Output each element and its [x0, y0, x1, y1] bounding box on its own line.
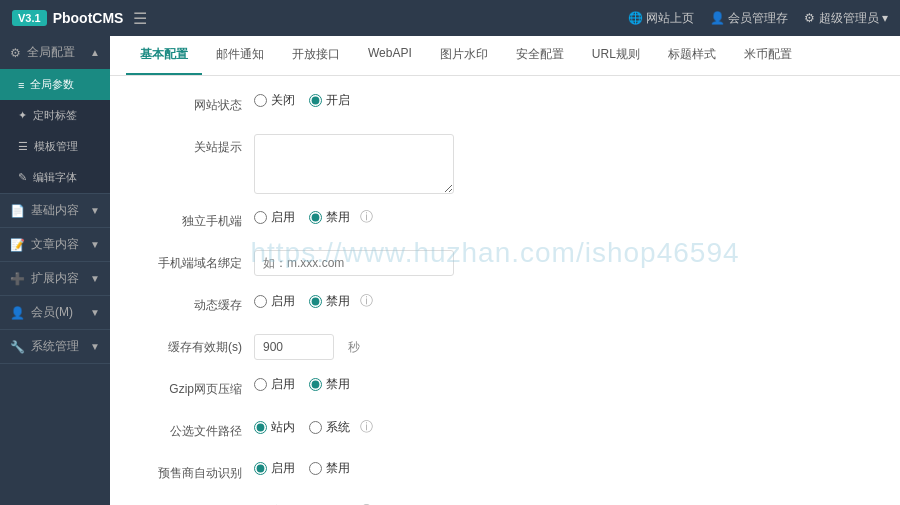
sidebar-item-article[interactable]: 📝 文章内容 ▼ — [0, 228, 110, 261]
edit-icon: ✎ — [18, 171, 27, 184]
control-mobile-domain — [254, 250, 876, 276]
control-gzip: 启用 禁用 — [254, 376, 876, 393]
label-close-tip: 关站提示 — [134, 134, 254, 156]
cache-expire-input[interactable] — [254, 334, 334, 360]
topbar-toggle-icon[interactable]: ☰ — [133, 9, 147, 28]
label-cache: 动态缓存 — [134, 292, 254, 314]
sidebar-item-params[interactable]: ≡ 全局参数 — [0, 69, 110, 100]
member-icon: 👤 — [10, 306, 25, 320]
radio-mobile-disable[interactable]: 禁用 — [309, 209, 350, 226]
sidebar-section-member: 👤 会员(M) ▼ — [0, 296, 110, 330]
radio-site-open[interactable]: 开启 — [309, 92, 350, 109]
chevron-up-icon: ▲ — [90, 47, 100, 58]
field-close-tip: 关站提示 — [134, 134, 876, 194]
tab-basic[interactable]: 基本配置 — [126, 36, 202, 75]
sidebar-item-schedule[interactable]: ✦ 定时标签 — [0, 100, 110, 131]
radio-cache-disable[interactable]: 禁用 — [309, 293, 350, 310]
gear-icon: ⚙ — [10, 46, 21, 60]
tab-coin[interactable]: 米币配置 — [730, 36, 806, 75]
radio-presale: 启用 禁用 — [254, 460, 350, 477]
radio-cache-enable[interactable]: 启用 — [254, 293, 295, 310]
sidebar-item-editor[interactable]: ✎ 编辑字体 — [0, 162, 110, 193]
label-cache-expire: 缓存有效期(s) — [134, 334, 254, 356]
radio-mobile-enable[interactable]: 启用 — [254, 209, 295, 226]
mobile-domain-input[interactable] — [254, 250, 454, 276]
field-mobile: 独立手机端 启用 禁用 ⓘ — [134, 208, 876, 236]
plus-icon: ➕ — [10, 272, 25, 286]
main: 基本配置 邮件通知 开放接口 WebAPI 图片水印 安全配置 URL规则 标题… — [110, 36, 900, 505]
radio-label-gzip-enable: 启用 — [271, 376, 295, 393]
radio-label-enable: 启用 — [271, 209, 295, 226]
doc-icon: 📄 — [10, 204, 25, 218]
label-path: 公选文件路径 — [134, 418, 254, 440]
field-presale: 预售商自动识别 启用 禁用 — [134, 460, 876, 488]
help-icon-path[interactable]: ⓘ — [360, 418, 373, 436]
radio-gzip-disable[interactable]: 禁用 — [309, 376, 350, 393]
radio-path: 站内 系统 — [254, 419, 350, 436]
sidebar-section-article: 📝 文章内容 ▼ — [0, 228, 110, 262]
logo-text: PbootCMS — [53, 10, 124, 26]
sys-icon: 🔧 — [10, 340, 25, 354]
control-cache-expire: 秒 — [254, 334, 876, 360]
radio-label-cache-enable: 启用 — [271, 293, 295, 310]
list-icon: ≡ — [18, 79, 24, 91]
sidebar-item-basic[interactable]: 📄 基础内容 ▼ — [0, 194, 110, 227]
topbar: V3.1 PbootCMS ☰ 🌐 网站上页 👤 会员管理存 ⚙ 超级管理员 ▾ — [0, 0, 900, 36]
help-icon-cache[interactable]: ⓘ — [360, 292, 373, 310]
radio-label-gzip-disable: 禁用 — [326, 376, 350, 393]
sidebar-item-member[interactable]: 👤 会员(M) ▼ — [0, 296, 110, 329]
label-mobile-domain: 手机端域名绑定 — [134, 250, 254, 272]
help-icon-mobile[interactable]: ⓘ — [360, 208, 373, 226]
sidebar-section-sys: 🔧 系统管理 ▼ — [0, 330, 110, 364]
chevron-down-icon3: ▼ — [90, 273, 100, 284]
chevron-down-icon5: ▼ — [90, 341, 100, 352]
radio-path-local[interactable]: 站内 — [254, 419, 295, 436]
tab-webapi[interactable]: WebAPI — [354, 36, 426, 75]
field-path: 公选文件路径 站内 系统 ⓘ — [134, 418, 876, 446]
sidebar-section-basic: 📄 基础内容 ▼ — [0, 194, 110, 228]
sidebar-section-global: ⚙ 全局配置 ▲ ≡ 全局参数 ✦ 定时标签 ☰ 模板管理 ✎ — [0, 36, 110, 194]
tab-watermark[interactable]: 图片水印 — [426, 36, 502, 75]
tab-title[interactable]: 标题样式 — [654, 36, 730, 75]
control-close-tip — [254, 134, 876, 194]
template-icon: ☰ — [18, 140, 28, 153]
sidebar-item-ext[interactable]: ➕ 扩展内容 ▼ — [0, 262, 110, 295]
radio-gzip-enable[interactable]: 启用 — [254, 376, 295, 393]
control-presale: 启用 禁用 — [254, 460, 876, 477]
radio-cache: 启用 禁用 — [254, 293, 350, 310]
sidebar-item-sys[interactable]: 🔧 系统管理 ▼ — [0, 330, 110, 363]
nav-admin[interactable]: ⚙ 超级管理员 ▾ — [804, 10, 888, 27]
radio-label-open: 开启 — [326, 92, 350, 109]
sidebar-item-template[interactable]: ☰ 模板管理 — [0, 131, 110, 162]
content-area: 网站状态 关闭 开启 关站提示 — [110, 76, 900, 505]
field-cache: 动态缓存 启用 禁用 ⓘ — [134, 292, 876, 320]
radio-path-sys[interactable]: 系统 — [309, 419, 350, 436]
sidebar-section-ext: ➕ 扩展内容 ▼ — [0, 262, 110, 296]
control-site-status: 关闭 开启 — [254, 92, 876, 109]
sidebar-section-global-header[interactable]: ⚙ 全局配置 ▲ — [0, 36, 110, 69]
radio-presale-disable[interactable]: 禁用 — [309, 460, 350, 477]
close-tip-textarea[interactable] — [254, 134, 454, 194]
nav-site[interactable]: 🌐 网站上页 — [628, 10, 694, 27]
logo-version: V3.1 — [12, 10, 47, 26]
tab-security[interactable]: 安全配置 — [502, 36, 578, 75]
topbar-logo: V3.1 PbootCMS — [12, 10, 123, 26]
topbar-right: 🌐 网站上页 👤 会员管理存 ⚙ 超级管理员 ▾ — [628, 10, 888, 27]
topbar-left: V3.1 PbootCMS ☰ — [12, 9, 147, 28]
radio-site-status: 关闭 开启 — [254, 92, 350, 109]
tab-url[interactable]: URL规则 — [578, 36, 654, 75]
radio-site-close[interactable]: 关闭 — [254, 92, 295, 109]
radio-label-presale-enable: 启用 — [271, 460, 295, 477]
sidebar-sub-global: ≡ 全局参数 ✦ 定时标签 ☰ 模板管理 ✎ 编辑字体 — [0, 69, 110, 193]
field-mobile-domain: 手机端域名绑定 — [134, 250, 876, 278]
radio-mobile: 启用 禁用 — [254, 209, 350, 226]
control-cache: 启用 禁用 ⓘ — [254, 292, 876, 310]
tab-open[interactable]: 开放接口 — [278, 36, 354, 75]
radio-presale-enable[interactable]: 启用 — [254, 460, 295, 477]
label-site-status: 网站状态 — [134, 92, 254, 114]
field-gzip: Gzip网页压缩 启用 禁用 — [134, 376, 876, 404]
field-cache-expire: 缓存有效期(s) 秒 — [134, 334, 876, 362]
nav-member[interactable]: 👤 会员管理存 — [710, 10, 788, 27]
tab-email[interactable]: 邮件通知 — [202, 36, 278, 75]
unit-cache-expire: 秒 — [348, 339, 360, 356]
